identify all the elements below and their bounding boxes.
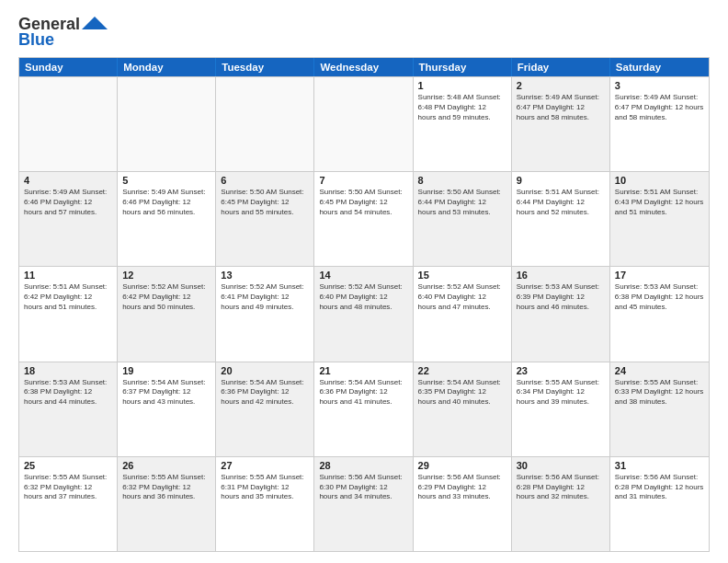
day-info: Sunrise: 5:51 AM Sunset: 6:44 PM Dayligh… bbox=[517, 188, 605, 217]
calendar-cell: 21Sunrise: 5:54 AM Sunset: 6:36 PM Dayli… bbox=[314, 362, 413, 456]
calendar-cell bbox=[216, 77, 314, 171]
day-number: 23 bbox=[517, 365, 605, 376]
page: General Blue SundayMondayTuesdayWednesda… bbox=[0, 0, 728, 563]
day-number: 2 bbox=[517, 80, 605, 91]
day-number: 30 bbox=[517, 460, 605, 471]
day-number: 19 bbox=[122, 365, 210, 376]
calendar-cell: 17Sunrise: 5:53 AM Sunset: 6:38 PM Dayli… bbox=[610, 267, 709, 361]
day-info: Sunrise: 5:50 AM Sunset: 6:44 PM Dayligh… bbox=[418, 188, 506, 217]
day-number: 29 bbox=[418, 460, 506, 471]
calendar-cell: 31Sunrise: 5:56 AM Sunset: 6:28 PM Dayli… bbox=[610, 457, 709, 551]
day-info: Sunrise: 5:53 AM Sunset: 6:38 PM Dayligh… bbox=[615, 282, 704, 312]
svg-marker-0 bbox=[82, 17, 108, 29]
calendar-cell: 15Sunrise: 5:52 AM Sunset: 6:40 PM Dayli… bbox=[414, 267, 512, 361]
day-number: 17 bbox=[615, 270, 704, 281]
day-info: Sunrise: 5:50 AM Sunset: 6:45 PM Dayligh… bbox=[319, 188, 407, 217]
day-info: Sunrise: 5:52 AM Sunset: 6:42 PM Dayligh… bbox=[122, 282, 210, 312]
calendar-cell: 7Sunrise: 5:50 AM Sunset: 6:45 PM Daylig… bbox=[314, 172, 413, 266]
day-info: Sunrise: 5:51 AM Sunset: 6:43 PM Dayligh… bbox=[615, 188, 704, 217]
calendar-header-thursday: Thursday bbox=[414, 58, 512, 76]
day-number: 11 bbox=[24, 270, 112, 281]
calendar-cell: 6Sunrise: 5:50 AM Sunset: 6:45 PM Daylig… bbox=[216, 172, 314, 266]
calendar-cell: 16Sunrise: 5:53 AM Sunset: 6:39 PM Dayli… bbox=[512, 267, 610, 361]
day-info: Sunrise: 5:53 AM Sunset: 6:38 PM Dayligh… bbox=[24, 378, 112, 408]
calendar-week-3: 11Sunrise: 5:51 AM Sunset: 6:42 PM Dayli… bbox=[19, 266, 709, 361]
day-info: Sunrise: 5:49 AM Sunset: 6:47 PM Dayligh… bbox=[615, 93, 704, 122]
calendar-cell: 23Sunrise: 5:55 AM Sunset: 6:34 PM Dayli… bbox=[512, 362, 610, 456]
calendar-cell: 14Sunrise: 5:52 AM Sunset: 6:40 PM Dayli… bbox=[314, 267, 413, 361]
calendar-cell: 22Sunrise: 5:54 AM Sunset: 6:35 PM Dayli… bbox=[414, 362, 512, 456]
calendar-cell: 9Sunrise: 5:51 AM Sunset: 6:44 PM Daylig… bbox=[512, 172, 610, 266]
day-info: Sunrise: 5:56 AM Sunset: 6:29 PM Dayligh… bbox=[418, 473, 506, 502]
day-info: Sunrise: 5:54 AM Sunset: 6:35 PM Dayligh… bbox=[418, 378, 506, 408]
calendar-header-tuesday: Tuesday bbox=[216, 58, 314, 76]
day-info: Sunrise: 5:51 AM Sunset: 6:42 PM Dayligh… bbox=[24, 282, 112, 312]
calendar-week-1: 1Sunrise: 5:48 AM Sunset: 6:48 PM Daylig… bbox=[19, 76, 709, 171]
day-info: Sunrise: 5:49 AM Sunset: 6:47 PM Dayligh… bbox=[517, 93, 605, 122]
day-number: 31 bbox=[615, 460, 704, 471]
day-info: Sunrise: 5:49 AM Sunset: 6:46 PM Dayligh… bbox=[24, 188, 112, 217]
day-info: Sunrise: 5:55 AM Sunset: 6:32 PM Dayligh… bbox=[24, 473, 112, 502]
day-info: Sunrise: 5:53 AM Sunset: 6:39 PM Dayligh… bbox=[517, 282, 605, 312]
calendar-cell: 11Sunrise: 5:51 AM Sunset: 6:42 PM Dayli… bbox=[19, 267, 118, 361]
day-number: 24 bbox=[615, 365, 704, 376]
day-number: 18 bbox=[24, 365, 112, 376]
calendar-cell: 26Sunrise: 5:55 AM Sunset: 6:32 PM Dayli… bbox=[118, 457, 216, 551]
day-number: 21 bbox=[319, 365, 407, 376]
day-info: Sunrise: 5:48 AM Sunset: 6:48 PM Dayligh… bbox=[418, 93, 506, 122]
day-info: Sunrise: 5:54 AM Sunset: 6:37 PM Dayligh… bbox=[122, 378, 210, 408]
day-info: Sunrise: 5:56 AM Sunset: 6:28 PM Dayligh… bbox=[615, 473, 704, 502]
day-number: 22 bbox=[418, 365, 506, 376]
day-info: Sunrise: 5:55 AM Sunset: 6:31 PM Dayligh… bbox=[221, 473, 309, 502]
day-number: 15 bbox=[418, 270, 506, 281]
day-number: 10 bbox=[615, 175, 704, 186]
calendar-cell: 29Sunrise: 5:56 AM Sunset: 6:29 PM Dayli… bbox=[414, 457, 512, 551]
calendar-body: 1Sunrise: 5:48 AM Sunset: 6:48 PM Daylig… bbox=[19, 76, 709, 551]
calendar-header-sunday: Sunday bbox=[19, 58, 118, 76]
calendar-header-wednesday: Wednesday bbox=[314, 58, 413, 76]
day-number: 8 bbox=[418, 175, 506, 186]
day-number: 27 bbox=[221, 460, 309, 471]
calendar-cell: 30Sunrise: 5:56 AM Sunset: 6:28 PM Dayli… bbox=[512, 457, 610, 551]
logo-icon bbox=[82, 17, 108, 29]
calendar-week-5: 25Sunrise: 5:55 AM Sunset: 6:32 PM Dayli… bbox=[19, 456, 709, 551]
day-info: Sunrise: 5:55 AM Sunset: 6:32 PM Dayligh… bbox=[122, 473, 210, 502]
day-info: Sunrise: 5:56 AM Sunset: 6:30 PM Dayligh… bbox=[319, 473, 407, 502]
calendar: SundayMondayTuesdayWednesdayThursdayFrid… bbox=[18, 57, 710, 552]
calendar-cell: 24Sunrise: 5:55 AM Sunset: 6:33 PM Dayli… bbox=[610, 362, 709, 456]
calendar-cell: 25Sunrise: 5:55 AM Sunset: 6:32 PM Dayli… bbox=[19, 457, 118, 551]
calendar-cell: 19Sunrise: 5:54 AM Sunset: 6:37 PM Dayli… bbox=[118, 362, 216, 456]
day-info: Sunrise: 5:49 AM Sunset: 6:46 PM Dayligh… bbox=[122, 188, 210, 217]
day-number: 5 bbox=[122, 175, 210, 186]
calendar-cell: 5Sunrise: 5:49 AM Sunset: 6:46 PM Daylig… bbox=[118, 172, 216, 266]
day-number: 26 bbox=[122, 460, 210, 471]
calendar-cell: 4Sunrise: 5:49 AM Sunset: 6:46 PM Daylig… bbox=[19, 172, 118, 266]
calendar-cell bbox=[118, 77, 216, 171]
calendar-cell: 13Sunrise: 5:52 AM Sunset: 6:41 PM Dayli… bbox=[216, 267, 314, 361]
calendar-cell: 27Sunrise: 5:55 AM Sunset: 6:31 PM Dayli… bbox=[216, 457, 314, 551]
calendar-header-monday: Monday bbox=[118, 58, 216, 76]
day-number: 1 bbox=[418, 80, 506, 91]
calendar-cell: 3Sunrise: 5:49 AM Sunset: 6:47 PM Daylig… bbox=[610, 77, 709, 171]
calendar-cell: 8Sunrise: 5:50 AM Sunset: 6:44 PM Daylig… bbox=[414, 172, 512, 266]
day-number: 25 bbox=[24, 460, 112, 471]
day-info: Sunrise: 5:52 AM Sunset: 6:40 PM Dayligh… bbox=[319, 282, 407, 312]
day-info: Sunrise: 5:52 AM Sunset: 6:41 PM Dayligh… bbox=[221, 282, 309, 312]
header: General Blue bbox=[18, 15, 710, 50]
day-number: 9 bbox=[517, 175, 605, 186]
day-info: Sunrise: 5:50 AM Sunset: 6:45 PM Dayligh… bbox=[221, 188, 309, 217]
day-info: Sunrise: 5:54 AM Sunset: 6:36 PM Dayligh… bbox=[319, 378, 407, 408]
day-info: Sunrise: 5:54 AM Sunset: 6:36 PM Dayligh… bbox=[221, 378, 309, 408]
day-number: 3 bbox=[615, 80, 704, 91]
day-number: 20 bbox=[221, 365, 309, 376]
day-number: 12 bbox=[122, 270, 210, 281]
logo-blue: Blue bbox=[18, 30, 54, 50]
calendar-header: SundayMondayTuesdayWednesdayThursdayFrid… bbox=[19, 58, 709, 76]
day-number: 16 bbox=[517, 270, 605, 281]
day-info: Sunrise: 5:55 AM Sunset: 6:33 PM Dayligh… bbox=[615, 378, 704, 408]
calendar-cell bbox=[314, 77, 413, 171]
day-number: 13 bbox=[221, 270, 309, 281]
calendar-header-saturday: Saturday bbox=[610, 58, 709, 76]
day-number: 14 bbox=[319, 270, 407, 281]
calendar-cell: 12Sunrise: 5:52 AM Sunset: 6:42 PM Dayli… bbox=[118, 267, 216, 361]
